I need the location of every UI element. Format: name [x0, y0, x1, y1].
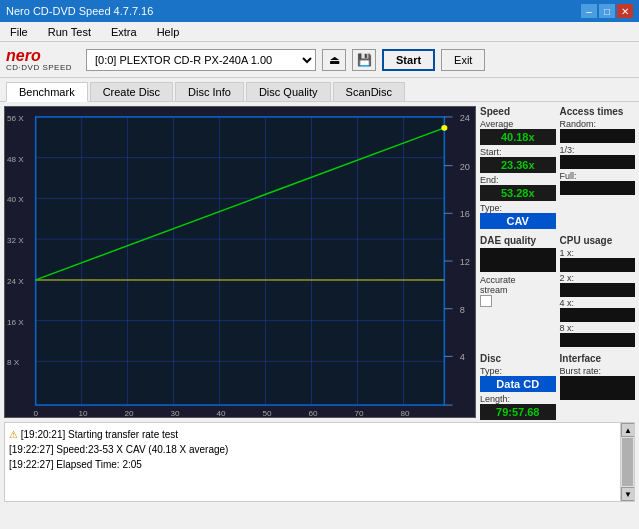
menu-bar: File Run Test Extra Help — [0, 22, 639, 42]
svg-text:56 X: 56 X — [7, 114, 24, 123]
type-value: CAV — [480, 213, 556, 229]
log-text-2: [19:22:27] Speed:23-53 X CAV (40.18 X av… — [9, 444, 228, 455]
eight-x-value — [560, 333, 636, 347]
svg-text:12: 12 — [460, 257, 470, 267]
speed-label: Speed — [480, 106, 556, 117]
type-label: Type: — [480, 203, 556, 213]
disc-type-label: Type: — [480, 366, 556, 376]
menu-file[interactable]: File — [4, 24, 34, 40]
accurate-stream-checkbox[interactable] — [480, 295, 492, 307]
svg-text:8 X: 8 X — [7, 358, 20, 367]
end-value: 53.28x — [480, 185, 556, 201]
burst-rate-value — [560, 376, 636, 400]
title-text: Nero CD-DVD Speed 4.7.7.16 — [6, 5, 153, 17]
svg-text:30: 30 — [171, 409, 181, 417]
start-label: Start: — [480, 147, 556, 157]
maximize-button[interactable]: □ — [599, 4, 615, 18]
tab-create-disc[interactable]: Create Disc — [90, 82, 173, 101]
tab-disc-info[interactable]: Disc Info — [175, 82, 244, 101]
svg-text:70: 70 — [354, 409, 364, 417]
one-third-value — [560, 155, 636, 169]
svg-text:16 X: 16 X — [7, 318, 24, 327]
main-content: 24 20 16 12 8 4 56 X 48 X 40 X 32 X 24 X… — [0, 102, 639, 422]
scroll-thumb[interactable] — [622, 438, 633, 486]
scroll-up-button[interactable]: ▲ — [621, 423, 635, 437]
log-content: ⚠ [19:20:21] Starting transfer rate test… — [5, 423, 620, 501]
four-x-label: 4 x: — [560, 298, 636, 308]
cpu-section: CPU usage 1 x: 2 x: 4 x: 8 x: — [560, 235, 636, 347]
average-label: Average — [480, 119, 556, 129]
disc-section: Disc Type: Data CD Length: 79:57.68 — [480, 353, 556, 420]
one-x-value — [560, 258, 636, 272]
start-button[interactable]: Start — [382, 49, 435, 71]
dae-section: DAE quality Accurate stream — [480, 235, 556, 347]
eject-button[interactable]: ⏏ — [322, 49, 346, 71]
accurate-label: Accurate — [480, 275, 556, 285]
svg-text:50: 50 — [262, 409, 272, 417]
svg-text:0: 0 — [34, 409, 39, 417]
end-label: End: — [480, 175, 556, 185]
tab-benchmark[interactable]: Benchmark — [6, 82, 88, 102]
disc-length-value: 79:57.68 — [480, 404, 556, 420]
dae-label: DAE quality — [480, 235, 556, 246]
log-text-3: [19:22:27] Elapsed Time: 2:05 — [9, 459, 142, 470]
random-value — [560, 129, 636, 143]
svg-text:20: 20 — [460, 162, 470, 172]
svg-text:16: 16 — [460, 209, 470, 219]
svg-text:40 X: 40 X — [7, 195, 24, 204]
svg-text:80: 80 — [400, 409, 410, 417]
menu-run-test[interactable]: Run Test — [42, 24, 97, 40]
disc-type-value: Data CD — [480, 376, 556, 392]
stream-label: stream — [480, 285, 556, 295]
nero-brand: nero — [6, 48, 72, 64]
svg-text:24: 24 — [460, 113, 470, 123]
full-label: Full: — [560, 171, 636, 181]
log-area: ⚠ [19:20:21] Starting transfer rate test… — [4, 422, 635, 502]
svg-text:48 X: 48 X — [7, 155, 24, 164]
log-icon-1: ⚠ — [9, 429, 18, 440]
menu-extra[interactable]: Extra — [105, 24, 143, 40]
svg-text:24 X: 24 X — [7, 277, 24, 286]
menu-help[interactable]: Help — [151, 24, 186, 40]
disc-length-label: Length: — [480, 394, 556, 404]
interface-label: Interface — [560, 353, 636, 364]
minimize-button[interactable]: – — [581, 4, 597, 18]
window-controls: – □ ✕ — [581, 4, 633, 18]
log-line-2: [19:22:27] Speed:23-53 X CAV (40.18 X av… — [9, 442, 616, 457]
full-value — [560, 181, 636, 195]
tab-disc-quality[interactable]: Disc Quality — [246, 82, 331, 101]
log-scrollbar[interactable]: ▲ ▼ — [620, 423, 634, 501]
chart-area: 24 20 16 12 8 4 56 X 48 X 40 X 32 X 24 X… — [4, 106, 476, 418]
burst-rate-label: Burst rate: — [560, 366, 636, 376]
svg-text:10: 10 — [79, 409, 89, 417]
svg-text:40: 40 — [217, 409, 227, 417]
right-panel: Speed Average 40.18x Start: 23.36x End: … — [480, 106, 635, 418]
start-value: 23.36x — [480, 157, 556, 173]
chart-svg: 24 20 16 12 8 4 56 X 48 X 40 X 32 X 24 X… — [5, 107, 475, 417]
toolbar: nero CD·DVD SPEED [0:0] PLEXTOR CD-R PX-… — [0, 42, 639, 78]
svg-rect-1 — [36, 117, 445, 405]
interface-section: Interface Burst rate: — [560, 353, 636, 420]
access-times-label: Access times — [560, 106, 636, 117]
speed-access-row: Speed Average 40.18x Start: 23.36x End: … — [480, 106, 635, 229]
drive-select[interactable]: [0:0] PLEXTOR CD-R PX-240A 1.00 — [86, 49, 316, 71]
save-button[interactable]: 💾 — [352, 49, 376, 71]
log-line-3: [19:22:27] Elapsed Time: 2:05 — [9, 457, 616, 472]
svg-text:8: 8 — [460, 305, 465, 315]
tab-bar: Benchmark Create Disc Disc Info Disc Qua… — [0, 78, 639, 102]
svg-text:32 X: 32 X — [7, 236, 24, 245]
dae-cpu-row: DAE quality Accurate stream CPU usage 1 … — [480, 235, 635, 347]
disc-interface-row: Disc Type: Data CD Length: 79:57.68 Inte… — [480, 353, 635, 420]
tab-scan-disc[interactable]: ScanDisc — [333, 82, 405, 101]
exit-button[interactable]: Exit — [441, 49, 485, 71]
dae-value — [480, 248, 556, 272]
log-line-1: ⚠ [19:20:21] Starting transfer rate test — [9, 427, 616, 442]
svg-text:20: 20 — [125, 409, 135, 417]
close-button[interactable]: ✕ — [617, 4, 633, 18]
scroll-down-button[interactable]: ▼ — [621, 487, 635, 501]
disc-section-label: Disc — [480, 353, 556, 364]
log-text-1: [19:20:21] Starting transfer rate test — [21, 429, 178, 440]
svg-text:60: 60 — [308, 409, 318, 417]
svg-text:4: 4 — [460, 352, 465, 362]
average-value: 40.18x — [480, 129, 556, 145]
